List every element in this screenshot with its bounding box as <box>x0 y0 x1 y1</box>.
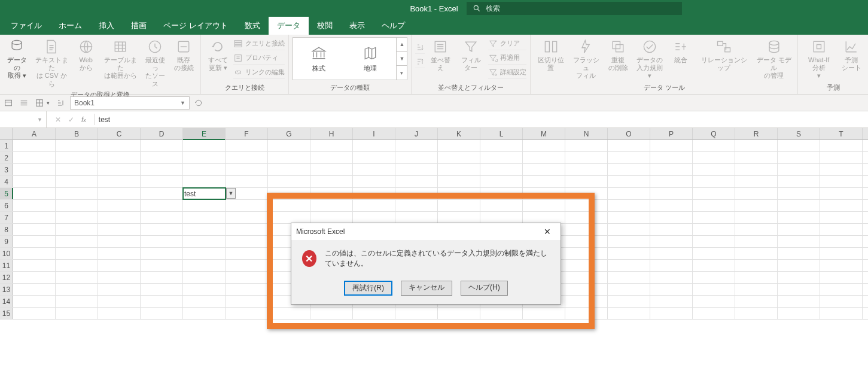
cell[interactable] <box>778 236 820 247</box>
cell[interactable] <box>141 200 183 211</box>
fx-icon[interactable]: fx <box>81 116 86 124</box>
relationships-button[interactable]: リレーションシップ <box>696 37 751 73</box>
cell[interactable] <box>480 176 523 187</box>
dialog-close-button[interactable]: ✕ <box>539 227 556 236</box>
cell[interactable] <box>735 224 778 235</box>
cell[interactable] <box>480 200 523 211</box>
column-header[interactable]: P <box>650 128 693 139</box>
cell[interactable] <box>480 164 523 175</box>
cell[interactable] <box>226 296 268 307</box>
workbook-name-combo[interactable]: Book1 ▼ <box>70 96 190 110</box>
cell[interactable] <box>778 212 820 223</box>
cell[interactable] <box>395 212 438 223</box>
cell[interactable] <box>13 284 56 295</box>
cell[interactable] <box>693 248 735 259</box>
row-header[interactable]: 4 <box>0 176 13 187</box>
cell[interactable] <box>395 200 438 211</box>
cell[interactable] <box>650 224 693 235</box>
whatif-button[interactable]: What-If 分析 ▾ <box>802 37 836 81</box>
cell[interactable] <box>13 224 56 235</box>
cell[interactable] <box>565 260 608 271</box>
cell[interactable] <box>735 188 778 199</box>
cell[interactable] <box>608 164 650 175</box>
cell[interactable] <box>183 224 226 235</box>
cell[interactable] <box>226 284 268 295</box>
cell[interactable] <box>183 212 226 223</box>
text-to-columns-button[interactable]: 区切り位置 <box>534 37 567 73</box>
cell[interactable] <box>735 200 778 211</box>
cell[interactable] <box>226 188 268 199</box>
cell[interactable] <box>268 176 310 187</box>
cell[interactable] <box>523 140 565 151</box>
cell[interactable] <box>13 272 56 283</box>
cell[interactable] <box>268 140 310 151</box>
cell[interactable] <box>608 308 650 319</box>
cell[interactable] <box>650 296 693 307</box>
column-header[interactable]: R <box>735 128 778 139</box>
cell[interactable] <box>183 308 226 319</box>
cell[interactable] <box>693 212 735 223</box>
qat-icon-2[interactable] <box>18 98 30 108</box>
tab-ファイル[interactable]: ファイル <box>2 17 50 35</box>
cell[interactable] <box>226 164 268 175</box>
cell[interactable] <box>693 176 735 187</box>
cell[interactable] <box>395 164 438 175</box>
cell[interactable] <box>693 140 735 151</box>
cell[interactable] <box>98 248 141 259</box>
cell[interactable] <box>56 308 98 319</box>
cell[interactable] <box>183 284 226 295</box>
row-header[interactable]: 3 <box>0 164 13 175</box>
cell[interactable] <box>565 200 608 211</box>
cancel-icon[interactable]: ✕ <box>55 116 61 124</box>
row-header[interactable]: 6 <box>0 200 13 211</box>
column-header[interactable]: H <box>310 128 353 139</box>
row-header[interactable]: 11 <box>0 260 13 271</box>
cell[interactable] <box>353 308 395 319</box>
gallery-scroll-up[interactable]: ▲ <box>397 38 407 52</box>
cell[interactable] <box>98 212 141 223</box>
cell[interactable] <box>98 152 141 163</box>
cell[interactable] <box>268 164 310 175</box>
cell[interactable] <box>778 248 820 259</box>
cell[interactable] <box>56 236 98 247</box>
cell[interactable] <box>820 272 863 283</box>
tab-データ[interactable]: データ <box>269 17 309 35</box>
cell[interactable] <box>353 176 395 187</box>
cell[interactable] <box>268 212 310 223</box>
cell[interactable]: test▼ <box>183 188 226 199</box>
cell[interactable] <box>141 260 183 271</box>
cell[interactable] <box>778 272 820 283</box>
cell[interactable] <box>735 284 778 295</box>
cell[interactable] <box>353 164 395 175</box>
cell[interactable] <box>183 140 226 151</box>
cell[interactable] <box>310 308 353 319</box>
cell[interactable] <box>56 296 98 307</box>
cell[interactable] <box>650 284 693 295</box>
cell[interactable] <box>98 164 141 175</box>
sort-desc-button[interactable] <box>415 55 425 68</box>
cell[interactable] <box>56 224 98 235</box>
cell[interactable] <box>353 212 395 223</box>
cell[interactable] <box>650 212 693 223</box>
cell[interactable] <box>608 200 650 211</box>
cell[interactable] <box>735 248 778 259</box>
cell[interactable] <box>565 152 608 163</box>
gallery-scroll-down[interactable]: ▼ <box>397 52 407 66</box>
cell[interactable] <box>650 164 693 175</box>
cell[interactable] <box>480 188 523 199</box>
cell[interactable] <box>650 200 693 211</box>
column-header[interactable]: E <box>183 128 226 139</box>
cell[interactable] <box>820 176 863 187</box>
cell[interactable] <box>693 188 735 199</box>
cell[interactable] <box>226 260 268 271</box>
cell[interactable] <box>735 212 778 223</box>
cell[interactable] <box>608 296 650 307</box>
cell[interactable] <box>183 152 226 163</box>
cell[interactable] <box>13 176 56 187</box>
cell[interactable] <box>98 200 141 211</box>
qat-icon-1[interactable] <box>2 98 14 108</box>
cell[interactable] <box>565 164 608 175</box>
cell[interactable] <box>183 164 226 175</box>
cell[interactable] <box>820 140 863 151</box>
cell[interactable] <box>820 188 863 199</box>
